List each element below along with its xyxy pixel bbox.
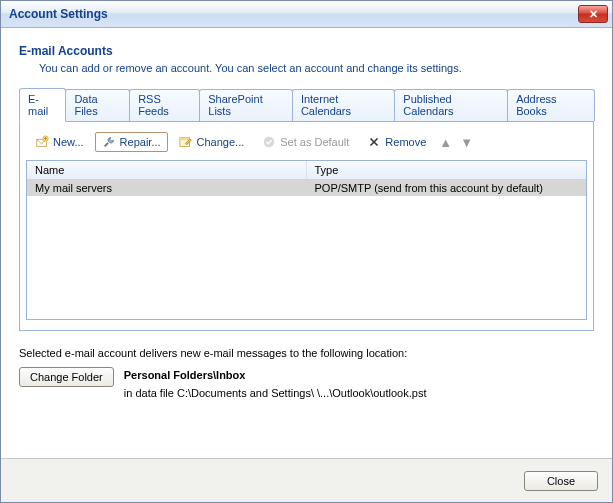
delivery-datafile-prefix: in data file bbox=[124, 387, 177, 399]
remove-icon bbox=[367, 135, 381, 149]
window-close-button[interactable]: ✕ bbox=[578, 5, 608, 23]
row-name: My mail servers bbox=[27, 180, 307, 196]
tab-strip: E-mail Data Files RSS Feeds SharePoint L… bbox=[19, 88, 594, 121]
tab-published-calendars[interactable]: Published Calendars bbox=[394, 89, 508, 121]
list-header: Name Type bbox=[27, 161, 586, 180]
change-account-button[interactable]: Change... bbox=[172, 132, 252, 152]
repair-icon bbox=[102, 135, 116, 149]
change-label: Change... bbox=[197, 136, 245, 148]
close-icon: ✕ bbox=[589, 9, 598, 20]
delivery-section: Selected e-mail account delivers new e-m… bbox=[19, 347, 594, 402]
delivery-label: Selected e-mail account delivers new e-m… bbox=[19, 347, 594, 359]
repair-account-button[interactable]: Repair... bbox=[95, 132, 168, 152]
table-row[interactable]: My mail servers POP/SMTP (send from this… bbox=[27, 180, 586, 196]
account-settings-window: Account Settings ✕ E-mail Accounts You c… bbox=[0, 0, 613, 503]
tab-page-email: New... Repair... Change... bbox=[19, 121, 594, 331]
set-default-label: Set as Default bbox=[280, 136, 349, 148]
check-circle-icon bbox=[262, 135, 276, 149]
change-folder-button[interactable]: Change Folder bbox=[19, 367, 114, 387]
tab-internet-calendars[interactable]: Internet Calendars bbox=[292, 89, 395, 121]
tab-sharepoint-lists[interactable]: SharePoint Lists bbox=[199, 89, 293, 121]
move-up-icon: ▲ bbox=[437, 135, 454, 150]
list-body: My mail servers POP/SMTP (send from this… bbox=[27, 180, 586, 319]
set-default-button: Set as Default bbox=[255, 132, 356, 152]
new-label: New... bbox=[53, 136, 84, 148]
new-icon bbox=[35, 135, 49, 149]
toolbar: New... Repair... Change... bbox=[26, 130, 587, 160]
remove-label: Remove bbox=[385, 136, 426, 148]
remove-account-button[interactable]: Remove bbox=[360, 132, 433, 152]
tab-rss-feeds[interactable]: RSS Feeds bbox=[129, 89, 200, 121]
delivery-info: Personal Folders\Inbox in data file C:\D… bbox=[124, 367, 427, 402]
titlebar: Account Settings ✕ bbox=[1, 1, 612, 28]
col-header-name[interactable]: Name bbox=[27, 161, 307, 179]
section-heading: E-mail Accounts bbox=[19, 44, 594, 58]
delivery-datafile-path: C:\Documents and Settings\ \...\Outlook\… bbox=[177, 387, 426, 399]
accounts-list: Name Type My mail servers POP/SMTP (send… bbox=[26, 160, 587, 320]
change-icon bbox=[179, 135, 193, 149]
tab-data-files[interactable]: Data Files bbox=[65, 89, 130, 121]
row-type: POP/SMTP (send from this account by defa… bbox=[307, 180, 587, 196]
footer: Close bbox=[1, 458, 612, 502]
new-account-button[interactable]: New... bbox=[28, 132, 91, 152]
close-button[interactable]: Close bbox=[524, 471, 598, 491]
repair-label: Repair... bbox=[120, 136, 161, 148]
delivery-folder: Personal Folders\Inbox bbox=[124, 367, 427, 385]
delivery-datafile: in data file C:\Documents and Settings\ … bbox=[124, 385, 427, 403]
tab-email[interactable]: E-mail bbox=[19, 88, 66, 122]
tab-address-books[interactable]: Address Books bbox=[507, 89, 595, 121]
move-down-icon: ▼ bbox=[458, 135, 475, 150]
section-subtext: You can add or remove an account. You ca… bbox=[39, 62, 594, 74]
col-header-type[interactable]: Type bbox=[307, 161, 587, 179]
window-title: Account Settings bbox=[9, 7, 578, 21]
content-area: E-mail Accounts You can add or remove an… bbox=[1, 28, 612, 458]
